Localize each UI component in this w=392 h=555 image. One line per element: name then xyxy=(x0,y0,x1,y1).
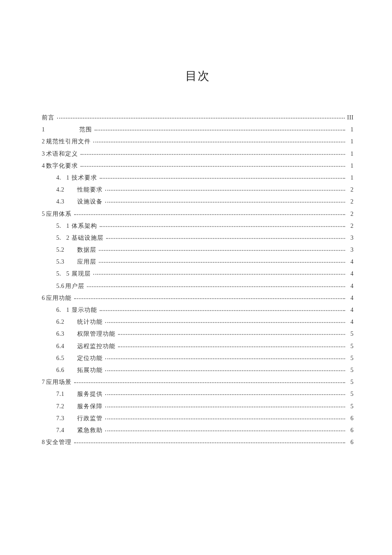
toc-leader-dots xyxy=(104,366,347,372)
toc-leader-dots xyxy=(104,390,347,396)
toc-entry-number: 6.3 xyxy=(56,331,64,337)
toc-entry: 6.3权限管理功能5 xyxy=(42,330,354,337)
toc-entry-label: 服务提供 xyxy=(77,391,103,397)
toc-entry-label: 应用功能 xyxy=(46,295,72,301)
toc-entry: 6.1 显示功能4 xyxy=(42,306,354,313)
toc-entry-page: 1 xyxy=(348,127,354,133)
toc-entry-page: 4 xyxy=(348,307,354,313)
toc-entry: 6.2统计功能4 xyxy=(42,318,354,325)
toc-entry-label: 定位功能 xyxy=(77,355,103,361)
toc-entry-page: 6 xyxy=(348,416,354,421)
toc-entry-page: 4 xyxy=(348,271,354,277)
toc-entry-number: 6.2 xyxy=(56,319,64,325)
toc-entry-number: 5.2 xyxy=(56,247,64,253)
toc-entry-number: 5. xyxy=(56,223,61,229)
toc-leader-dots xyxy=(98,306,347,312)
toc-leader-dots xyxy=(104,354,347,360)
toc-entry: 4.3设施设备2 xyxy=(42,198,354,205)
toc-entry-number: 7.3 xyxy=(56,416,64,421)
toc-entry-number: 3 xyxy=(42,151,45,157)
toc-leader-dots xyxy=(97,258,347,264)
toc-entry-label: 远程监控功能 xyxy=(77,343,115,349)
toc-entry-label: 用户层 xyxy=(65,283,84,289)
toc-entry-page: 4 xyxy=(348,259,354,265)
toc-leader-dots xyxy=(98,222,347,228)
toc-entry-label: 范围 xyxy=(79,127,92,133)
toc-entry-page: 1 xyxy=(348,139,354,145)
toc-entry-page: 3 xyxy=(348,247,354,253)
toc-entry-number: 7.4 xyxy=(56,427,64,433)
toc-entry-label: 应用层 xyxy=(77,259,96,265)
toc-leader-dots xyxy=(72,294,347,300)
toc-leader-dots xyxy=(79,150,347,156)
toc-entry-page: 1 xyxy=(348,163,354,169)
toc-entry: 4.2性能要求2 xyxy=(42,186,354,193)
toc-entry: 5.3应用层4 xyxy=(42,258,354,265)
toc-entry-label: 拓展功能 xyxy=(77,367,103,373)
toc-entry-number: 6.6 xyxy=(56,367,64,373)
toc-entry-number: 6. xyxy=(56,307,61,313)
toc-entry-number: 5 xyxy=(42,211,45,217)
toc-entry: 7.3行政监管6 xyxy=(42,414,354,421)
toc-entry: 5.6用户层4 xyxy=(42,282,354,289)
toc-entry: 8安全管理6 xyxy=(42,438,354,445)
toc-entry-page: 5 xyxy=(348,379,354,385)
toc-entry-page: 5 xyxy=(348,331,354,337)
toc-entry-label: 数据层 xyxy=(77,247,96,253)
toc-leader-dots xyxy=(93,125,347,131)
toc-entry: 5.2数据层3 xyxy=(42,246,354,253)
toc-entry: 5.5 展现层4 xyxy=(42,270,354,277)
toc-leader-dots xyxy=(104,414,347,420)
toc-entry: 6.6拓展功能5 xyxy=(42,366,354,373)
toc-entry: 5应用体系2 xyxy=(42,210,354,217)
toc-entry-label: 设施设备 xyxy=(77,199,103,205)
toc-entry-label: 权限管理功能 xyxy=(77,331,115,337)
toc-entry-label: 性能要求 xyxy=(77,187,103,193)
toc-entry: 6应用功能4 xyxy=(42,294,354,301)
toc-entry-number: 6.5 xyxy=(56,355,64,361)
toc-entry-page: 6 xyxy=(348,439,354,445)
toc-title: 目次 xyxy=(42,68,354,84)
toc-entry: 6.4远程监控功能5 xyxy=(42,342,354,349)
toc-leader-dots xyxy=(104,234,347,240)
toc-entry-label: 1 技术要求 xyxy=(66,175,98,181)
toc-entry-label: 应用场景 xyxy=(46,379,72,385)
toc-leader-dots xyxy=(104,318,347,324)
toc-entry-number: 4.2 xyxy=(56,187,64,193)
toc-entry-label: 2 基础设施层 xyxy=(66,235,104,241)
toc-entry-page: 3 xyxy=(348,235,354,241)
toc-entry-label: 1 体系架构 xyxy=(66,223,98,229)
toc-entry: 4数字化要求1 xyxy=(42,162,354,169)
toc-entry-label: 1 显示功能 xyxy=(66,307,98,313)
toc-entry-label: 安全管理 xyxy=(46,439,72,445)
toc-leader-dots xyxy=(116,342,347,348)
toc-entry-number: 2 xyxy=(42,139,45,145)
toc-entry-label: 统计功能 xyxy=(77,319,103,325)
toc-entry-page: 5 xyxy=(348,404,354,410)
toc-leader-dots xyxy=(85,282,347,288)
toc-entry-page: 2 xyxy=(348,187,354,193)
toc-entry: 5.2 基础设施层3 xyxy=(42,234,354,241)
toc-entry-page: 1 xyxy=(348,151,354,157)
toc-entry-page: 4 xyxy=(348,319,354,325)
toc-entry-label: 服务保障 xyxy=(77,404,103,410)
toc-entry-number: 4 xyxy=(42,163,45,169)
toc-entry-page: 4 xyxy=(348,295,354,301)
toc-leader-dots xyxy=(97,246,347,252)
toc-entry: 2规范性引用文件1 xyxy=(42,137,354,145)
toc-entry-page: 2 xyxy=(348,211,354,217)
toc-entry-page: 1 xyxy=(348,175,354,181)
toc-entry: 前言III xyxy=(42,113,354,121)
toc-leader-dots xyxy=(92,270,347,276)
toc-entry-page: 2 xyxy=(348,199,354,205)
toc-entry-page: 5 xyxy=(348,391,354,397)
toc-entry-label: 紧急救助 xyxy=(77,427,103,433)
toc-entry-page: 5 xyxy=(348,343,354,349)
toc-entry: 3术语和定义1 xyxy=(42,150,354,157)
toc-entry: 7.1服务提供5 xyxy=(42,390,354,397)
toc-entry-page: 6 xyxy=(348,427,354,433)
toc-leader-dots xyxy=(104,186,347,192)
toc-entry-page: 4 xyxy=(348,283,354,289)
toc-entry-number: 4.3 xyxy=(56,199,64,205)
toc-leader-dots xyxy=(98,174,347,180)
